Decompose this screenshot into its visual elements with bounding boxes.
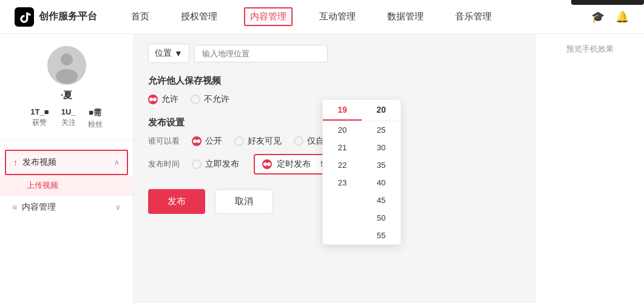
logo-text: 创作服务平台 bbox=[39, 10, 97, 23]
disallow-radio-dot bbox=[191, 95, 200, 104]
tp-hour-20[interactable]: 20 bbox=[323, 121, 362, 139]
tp-hour-header[interactable]: 19 bbox=[323, 100, 362, 121]
nav-music[interactable]: 音乐管理 bbox=[450, 8, 497, 25]
content-arrow: ∨ bbox=[115, 203, 121, 211]
top-navigation: 创作服务平台 首页 授权管理 内容管理 互动管理 数据管理 音乐管理 🎓 🔔 bbox=[0, 0, 644, 34]
private-radio-dot bbox=[294, 136, 303, 146]
user-name: ·夏 bbox=[61, 90, 72, 101]
public-label: 公开 bbox=[205, 136, 222, 147]
allow-label: 允许 bbox=[161, 94, 178, 105]
grid-icon: ≡ bbox=[12, 202, 17, 212]
upload-icon: ↑ bbox=[13, 158, 18, 167]
tp-min-40[interactable]: 40 bbox=[362, 174, 401, 191]
user-stats: 1T_■ 获赞 1U_ 关注 ■需 粉丝 bbox=[30, 107, 102, 130]
tp-hours-col: 20 21 22 23 bbox=[323, 121, 362, 244]
allow-save-allow[interactable]: 允许 bbox=[148, 94, 178, 105]
publish-label: 发布视频 bbox=[22, 157, 56, 168]
nav-items: 首页 授权管理 内容管理 互动管理 数据管理 音乐管理 bbox=[126, 7, 591, 26]
tiktok-logo-icon bbox=[15, 7, 34, 27]
publish-arrow: ∧ bbox=[114, 158, 120, 167]
friends-label: 好友可见 bbox=[248, 136, 282, 147]
stat-followers: ■需 粉丝 bbox=[88, 107, 103, 130]
allow-save-title: 允许他人保存视频 bbox=[148, 75, 520, 87]
menu-item-publish-left: ↑ 发布视频 bbox=[13, 157, 56, 168]
avatar-svg bbox=[47, 46, 86, 85]
svg-rect-0 bbox=[15, 7, 34, 27]
cancel-button[interactable]: 取消 bbox=[215, 189, 273, 214]
sidebar: ·夏 1T_■ 获赞 1U_ 关注 ■需 粉丝 bbox=[0, 34, 134, 303]
bell-icon[interactable]: 🔔 bbox=[615, 10, 629, 24]
tp-hour-22[interactable]: 22 bbox=[323, 156, 362, 174]
disallow-label: 不允许 bbox=[204, 94, 229, 105]
time-picker-dropdown: 19 20 20 21 22 23 25 30 35 40 45 50 55 bbox=[322, 99, 401, 245]
scheduled-radio-dot bbox=[262, 159, 272, 169]
svg-point-2 bbox=[61, 53, 73, 65]
sidebar-menu: ↑ 发布视频 ∧ 上传视频 ≡ 内容管理 ∨ bbox=[0, 145, 133, 224]
svg-point-3 bbox=[56, 69, 78, 84]
right-panel: 预览手机效果 bbox=[535, 34, 644, 303]
menu-item-content-left: ≡ 内容管理 bbox=[12, 202, 56, 213]
immediate-option[interactable]: 立即发布 bbox=[192, 159, 239, 170]
top-bar-decoration bbox=[571, 0, 644, 5]
user-info: ·夏 1T_■ 获赞 1U_ 关注 ■需 粉丝 bbox=[0, 46, 133, 140]
tp-min-30[interactable]: 30 bbox=[362, 139, 401, 156]
location-row: 位置 ▼ bbox=[148, 44, 520, 63]
location-input[interactable] bbox=[194, 45, 328, 62]
content-mgmt-label: 内容管理 bbox=[22, 202, 56, 213]
tp-hour-23[interactable]: 23 bbox=[323, 174, 362, 191]
tp-min-35[interactable]: 35 bbox=[362, 156, 401, 174]
avatar-placeholder bbox=[47, 46, 86, 85]
public-radio-dot bbox=[192, 136, 202, 146]
allow-save-disallow[interactable]: 不允许 bbox=[191, 94, 229, 105]
nav-content[interactable]: 内容管理 bbox=[244, 7, 293, 26]
nav-interact[interactable]: 互动管理 bbox=[314, 8, 361, 25]
sidebar-item-upload-video[interactable]: 上传视频 bbox=[0, 175, 133, 196]
tp-hour-21[interactable]: 21 bbox=[323, 139, 362, 156]
location-select[interactable]: 位置 ▼ bbox=[148, 44, 189, 63]
tp-min-45[interactable]: 45 bbox=[362, 191, 401, 209]
tp-minutes-col: 25 30 35 40 45 50 55 bbox=[362, 121, 401, 244]
time-label: 发布时间 bbox=[148, 159, 185, 170]
scheduled-label: 定时发布 bbox=[277, 159, 311, 170]
tp-minute-header[interactable]: 20 bbox=[362, 100, 401, 121]
publish-button[interactable]: 发布 bbox=[148, 189, 205, 214]
main-layout: ·夏 1T_■ 获赞 1U_ 关注 ■需 粉丝 bbox=[0, 34, 644, 303]
immediate-label: 立即发布 bbox=[205, 159, 239, 170]
location-select-label: 位置 bbox=[155, 48, 172, 59]
nav-auth[interactable]: 授权管理 bbox=[176, 8, 222, 25]
preview-label: 预览手机效果 bbox=[566, 44, 614, 53]
tp-min-55[interactable]: 55 bbox=[362, 227, 401, 244]
tp-min-25[interactable]: 25 bbox=[362, 121, 401, 139]
nav-data[interactable]: 数据管理 bbox=[382, 8, 429, 25]
location-select-arrow: ▼ bbox=[174, 48, 183, 58]
nav-right-icons: 🎓 🔔 bbox=[591, 10, 629, 24]
stat-likes: 1T_■ 获赞 bbox=[30, 107, 49, 130]
friends-radio-dot bbox=[234, 136, 244, 146]
nav-home[interactable]: 首页 bbox=[126, 8, 154, 25]
tp-min-50[interactable]: 50 bbox=[362, 209, 401, 227]
visibility-public[interactable]: 公开 bbox=[192, 136, 222, 147]
avatar bbox=[47, 46, 86, 85]
hat-icon[interactable]: 🎓 bbox=[591, 10, 605, 24]
allow-radio-dot bbox=[148, 95, 158, 104]
time-picker-header: 19 20 bbox=[323, 100, 401, 121]
stat-following: 1U_ 关注 bbox=[61, 107, 76, 130]
logo-area: 创作服务平台 bbox=[15, 7, 97, 27]
visibility-label: 谁可以看 bbox=[148, 136, 185, 147]
sidebar-item-content-mgmt[interactable]: ≡ 内容管理 ∨ bbox=[0, 196, 133, 219]
visibility-friends[interactable]: 好友可见 bbox=[234, 136, 282, 147]
sidebar-item-publish-video[interactable]: ↑ 发布视频 ∧ bbox=[5, 150, 128, 175]
time-picker-body: 20 21 22 23 25 30 35 40 45 50 55 bbox=[323, 121, 401, 244]
immediate-radio-dot bbox=[192, 159, 202, 169]
main-content: 位置 ▼ 允许他人保存视频 允许 不允许 bbox=[134, 34, 535, 303]
